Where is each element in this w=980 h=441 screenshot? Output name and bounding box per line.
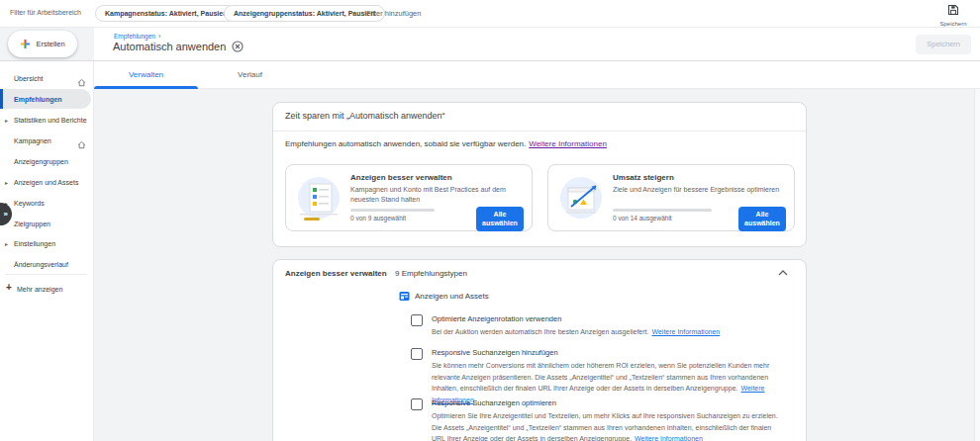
recommendation-types-section: Anzeigen besser verwalten 9 Empfehlungst… <box>272 259 807 441</box>
tab-verwalten[interactable]: Verwalten <box>94 61 198 88</box>
intro-subtitle-text: Empfehlungen automatisch anwenden, sobal… <box>285 139 526 148</box>
sidebar-item-anzeigen-und-assets[interactable]: ▸ Anzeigen und Assets <box>0 172 94 192</box>
learn-more-link[interactable]: Weitere Informationen <box>651 328 720 335</box>
promo-title: Umsatz steigern <box>613 173 674 182</box>
sidebar-item-label: Änderungsverlauf <box>14 261 68 268</box>
sidebar-item-einstellungen[interactable]: ▸ Einstellungen <box>0 233 94 253</box>
caret-right-icon: ▸ <box>5 179 8 186</box>
google-ads-app: Filter für Arbeitsbereich Kampagnenstatu… <box>0 0 980 441</box>
intro-card-subtitle: Empfehlungen automatisch anwenden, sobal… <box>285 139 607 148</box>
workspace-filter-label: Filter für Arbeitsbereich <box>10 9 81 16</box>
recommendation-label: Responsive Suchanzeigen optimieren <box>432 398 556 407</box>
learn-more-link[interactable]: Weitere Informationen <box>635 435 703 441</box>
sidebar-item-kampagnen[interactable]: Kampagnen <box>0 131 94 150</box>
description-text: Bei der Auktion werden automatisch Ihre … <box>432 328 648 335</box>
sidebar-item-label: Zielgruppen <box>14 220 50 227</box>
description-text: Sie können mehr Conversions mit ähnliche… <box>432 362 769 392</box>
chip-label: Kampagnenstatus: Aktiviert, Pausiert <box>105 10 228 17</box>
sidebar-item-label: Einstellungen <box>14 240 55 247</box>
sidebar-item-label: Statistiken und Berichte <box>14 117 87 124</box>
promo-description: Ziele und Anzeigen für bessere Ergebniss… <box>613 185 785 195</box>
create-button-label: Erstellen <box>36 40 64 48</box>
ads-and-assets-icon <box>399 291 410 302</box>
document-illustration <box>296 176 342 223</box>
sidebar-item-uebersicht[interactable]: Übersicht <box>0 68 94 88</box>
section-count: 9 Empfehlungstypen <box>395 269 467 278</box>
save-button[interactable]: Speichern <box>916 35 971 54</box>
scrollbar[interactable] <box>974 89 980 441</box>
sidebar-item-anzeigengruppen[interactable]: Anzeigengruppen <box>0 151 94 171</box>
adgroup-status-filter-chip[interactable]: Anzeigengruppenstatus: Aktiviert, Pausie… <box>224 5 385 22</box>
breadcrumb[interactable]: Empfehlungen› <box>114 33 160 40</box>
selected-count: 0 von 9 ausgewählt <box>350 215 406 221</box>
breadcrumb-link[interactable]: Empfehlungen <box>114 33 155 40</box>
recommendation-label: Responsive Suchanzeigen hinzufügen <box>432 348 558 357</box>
sidebar-item-label: Kampagnen <box>14 137 51 144</box>
chevron-up-icon[interactable] <box>778 270 788 276</box>
chart-illustration <box>558 176 604 223</box>
sidebar-divider <box>6 274 87 275</box>
active-tab-underline <box>94 86 198 89</box>
campaign-status-filter-chip[interactable]: Kampagnenstatus: Aktiviert, Pausiert <box>95 5 238 22</box>
checkbox-responsive-suchanzeigen-hinzufuegen[interactable] <box>411 348 423 360</box>
promo-title: Anzeigen besser verwalten <box>350 173 452 182</box>
create-button[interactable]: Erstellen <box>8 31 77 57</box>
plus-icon <box>20 39 31 49</box>
sidebar-item-label: Anzeigengruppen <box>14 158 68 165</box>
sidebar-item-label: Keywords <box>14 200 45 207</box>
group-label: Anzeigen und Assets <box>415 292 489 301</box>
sidebar-item-label: Übersicht <box>14 75 44 82</box>
checkbox-responsive-suchanzeigen-optimieren[interactable] <box>411 398 423 410</box>
remove-filter-icon[interactable] <box>232 41 244 52</box>
recommendation-description: Optimieren Sie Ihre Anzeigentitel und Te… <box>432 410 778 441</box>
progress-bar <box>613 209 712 212</box>
recommendation-label: Optimierte Anzeigenrotation verwenden <box>432 314 561 323</box>
caret-right-icon: ▸ <box>5 117 8 124</box>
selected-count: 0 von 14 ausgewählt <box>613 215 672 221</box>
promo-description: Kampagnen und Konto mit Best Practices a… <box>350 185 523 204</box>
chevron-right-icon: › <box>158 33 160 40</box>
intro-card-divider <box>273 131 806 132</box>
sidebar-item-statistiken-und-berichte[interactable]: ▸ Statistiken und Berichte <box>0 110 94 130</box>
caret-right-icon: ▸ <box>5 240 8 247</box>
sidebar-item-aenderungsverlauf[interactable]: Änderungsverlauf <box>0 254 94 274</box>
recommendation-description: Bei der Auktion werden automatisch Ihre … <box>432 326 778 338</box>
description-text: Optimieren Sie Ihre Anzeigentitel und Te… <box>432 412 778 441</box>
progress-bar <box>350 209 435 212</box>
learn-more-link[interactable]: Weitere Informationen <box>529 139 607 148</box>
sidebar-item-keywords[interactable]: ▸ Keywords <box>0 193 94 213</box>
sidebar-item-label: Anzeigen und Assets <box>14 179 78 186</box>
chip-label: Anzeigengruppenstatus: Aktiviert, Pausie… <box>234 10 375 17</box>
sidebar-item-zielgruppen[interactable]: Zielgruppen <box>0 214 94 233</box>
sidebar-item-empfehlungen[interactable]: Empfehlungen <box>0 89 94 109</box>
save-icon <box>947 4 959 16</box>
save-shortcut-button[interactable]: Speichern <box>931 2 976 27</box>
promo-card-umsatz-steigern: Umsatz steigern Ziele und Anzeigen für b… <box>547 164 795 231</box>
section-title: Anzeigen besser verwalten <box>285 269 387 278</box>
checkbox-optimierte-anzeigenrotation[interactable] <box>411 314 423 326</box>
plus-icon: + <box>6 282 12 294</box>
sidebar-item-label: Mehr anzeigen <box>17 286 62 293</box>
page-title: Automatisch anwenden <box>113 41 226 52</box>
save-shortcut-label: Speichern <box>931 21 976 27</box>
tab-verlauf[interactable]: Verlauf <box>198 61 302 88</box>
sidebar-item-mehr-anzeigen[interactable]: + Mehr anzeigen <box>0 279 94 299</box>
add-filter-button[interactable]: Filter hinzufügen <box>366 9 421 18</box>
select-all-button[interactable]: Alle auswählen <box>738 207 786 231</box>
promo-card-anzeigen-besser-verwalten: Anzeigen besser verwalten Kampagnen und … <box>285 164 533 231</box>
sidebar-item-label: Empfehlungen <box>14 96 62 103</box>
select-all-button[interactable]: Alle auswählen <box>476 207 524 231</box>
intro-card-title: Zeit sparen mit „Automatisch anwenden“ <box>285 111 445 121</box>
page-title-row: Automatisch anwenden <box>113 41 244 52</box>
double-chevron-right-icon: » <box>4 210 8 219</box>
auto-apply-intro-card: Zeit sparen mit „Automatisch anwenden“ E… <box>272 102 807 247</box>
